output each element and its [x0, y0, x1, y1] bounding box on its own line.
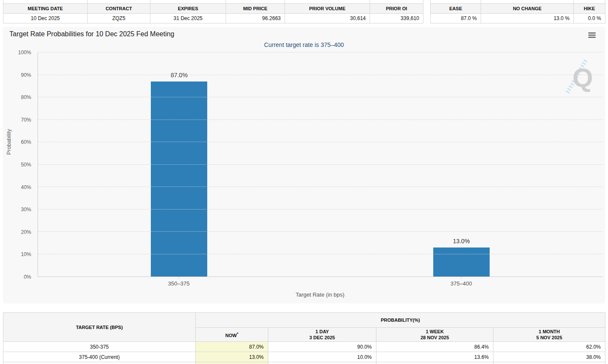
gridline	[38, 119, 602, 120]
table-row: 87.0 % 13.0 % 0.0 %	[431, 13, 605, 23]
probability-history-table: TARGET RATE (BPS) PROBABILITY(%) NOW* 1 …	[3, 312, 605, 364]
gridline	[38, 209, 602, 210]
y-tick-label: 80%	[21, 94, 31, 100]
y-tick-label: 90%	[21, 72, 31, 78]
table-row: 375-400 (Current) 13.0% 10.0% 13.6% 38.0…	[3, 352, 605, 362]
col-header-prior-volume: PRIOR VOLUME	[285, 3, 370, 13]
probability-chart-panel: Target Rate Probabilities for 10 Dec 202…	[3, 27, 605, 303]
col-header-1-week: 1 WEEK 28 NOV 2025	[376, 328, 493, 342]
now-probability-cell: 13.0%	[196, 352, 268, 362]
col-header-mid-price: MID PRICE	[226, 3, 285, 13]
y-tick-label: 20%	[21, 229, 31, 235]
group-header-probability: PROBABILITY(%)	[196, 313, 605, 328]
x-axis-labels: 350–375 375–400	[38, 280, 602, 288]
chart-title: Target Rate Probabilities for 10 Dec 202…	[9, 30, 174, 38]
table-row	[431, 0, 605, 3]
one-week-probability-cell: 13.6%	[376, 352, 493, 362]
y-tick-label: 0%	[24, 274, 31, 280]
rate-action-table: EASE NO CHANGE HIKE 87.0 % 13.0 % 0.0 %	[430, 0, 605, 23]
table-header-row: MEETING DATE CONTRACT EXPIRES MID PRICE …	[3, 3, 423, 13]
y-tick-label: 100%	[18, 50, 31, 55]
one-month-probability-cell: 38.0%	[493, 352, 605, 362]
y-tick-label: 60%	[21, 139, 31, 145]
bar-value-label: 87.0%	[170, 72, 188, 79]
gridline	[38, 254, 602, 254]
y-tick-label: 10%	[21, 251, 31, 257]
fedwatch-page: MEETING DATE CONTRACT EXPIRES MID PRICE …	[0, 0, 608, 364]
now-probability-cell: 87.0%	[196, 342, 268, 352]
target-rate-cell: 350-375	[3, 342, 196, 352]
gridline	[38, 142, 602, 142]
one-week-probability-cell: 86.4%	[376, 342, 493, 352]
col-header-prior-oi: PRIOR OI	[370, 3, 423, 13]
x-category-label: 375–400	[450, 280, 472, 287]
table-header-row: TARGET RATE (BPS) PROBABILITY(%)	[3, 313, 605, 328]
y-tick-label: 30%	[21, 207, 31, 213]
one-month-probability-cell: 62.0%	[493, 342, 605, 352]
expires-value: 31 Dec 2025	[150, 13, 226, 23]
table-row	[3, 362, 605, 364]
col-header-1-day: 1 DAY 3 DEC 2025	[268, 328, 376, 342]
table-header-row: EASE NO CHANGE HIKE	[431, 3, 605, 13]
no-change-value: 13.0 %	[481, 13, 574, 23]
gridline	[38, 164, 602, 165]
col-header-1-month: 1 MONTH 5 NOV 2025	[493, 328, 605, 342]
ease-value: 87.0 %	[431, 13, 481, 23]
col-header-ease: EASE	[431, 3, 481, 13]
y-tick-label: 40%	[21, 184, 31, 190]
chart-export-menu-icon[interactable]	[588, 32, 596, 39]
meeting-date-value: 10 Dec 2025	[3, 13, 88, 23]
col-header-contract: CONTRACT	[88, 3, 150, 13]
y-tick-label: 70%	[21, 117, 31, 123]
gridline	[38, 231, 602, 232]
now-footnote-marker: *	[237, 332, 238, 336]
table-row: 350-375 87.0% 90.0% 86.4% 62.0%	[3, 342, 605, 352]
x-axis-tick	[179, 277, 179, 279]
one-day-probability-cell: 90.0%	[268, 342, 376, 352]
table-row: 10 Dec 2025 ZQZ5 31 Dec 2025 96.2663 30,…	[3, 13, 423, 23]
col-header-target-rate: TARGET RATE (BPS)	[3, 313, 196, 342]
x-axis-title: Target Rate (in bps)	[38, 291, 602, 298]
contract-value: ZQZ5	[88, 13, 150, 23]
col-header-now: NOW*	[196, 328, 268, 342]
table-row	[3, 0, 423, 3]
y-tick-label: 50%	[21, 162, 31, 168]
chart-subtitle: Current target rate is 375–400	[3, 41, 605, 48]
plot-area: 87.0% 13.0%	[38, 52, 602, 277]
gridline	[38, 52, 602, 52]
gridline	[38, 186, 602, 187]
x-axis-tick	[461, 277, 461, 279]
one-day-probability-cell: 10.0%	[268, 352, 376, 362]
col-header-hike: HIKE	[574, 3, 605, 13]
col-header-expires: EXPIRES	[150, 3, 226, 13]
bar[interactable]	[433, 248, 490, 277]
gridline	[38, 97, 602, 97]
prior-volume-value: 30,614	[285, 13, 370, 23]
bar-value-label: 13.0%	[453, 238, 470, 245]
gridline	[38, 75, 602, 75]
mid-price-value: 96.2663	[226, 13, 285, 23]
col-header-no-change: NO CHANGE	[481, 3, 574, 13]
y-axis-labels: 0%10%20%30%40%50%60%70%80%90%100%	[3, 52, 35, 277]
prior-oi-value: 339,610	[370, 13, 423, 23]
x-category-label: 350–375	[168, 280, 190, 287]
col-header-meeting-date: MEETING DATE	[3, 3, 88, 13]
contract-summary-table: MEETING DATE CONTRACT EXPIRES MID PRICE …	[3, 0, 423, 23]
bar[interactable]	[151, 82, 207, 277]
hike-value: 0.0 %	[574, 13, 605, 23]
target-rate-cell: 375-400 (Current)	[3, 352, 196, 362]
